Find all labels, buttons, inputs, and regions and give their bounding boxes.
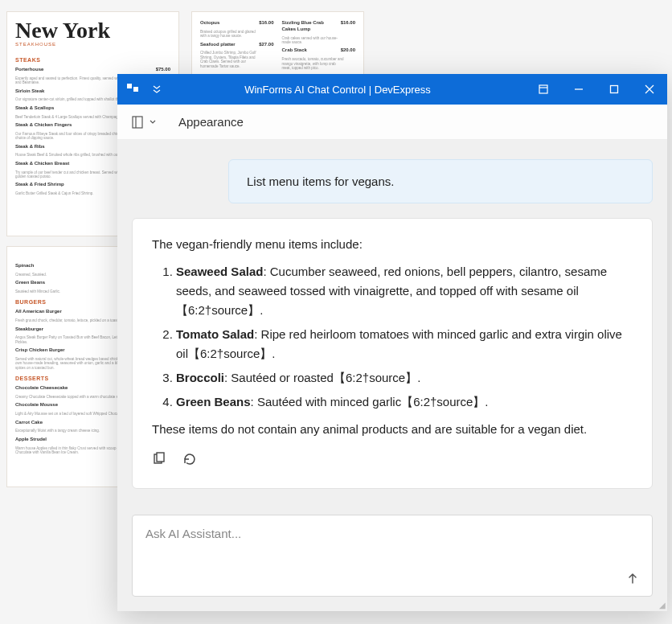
send-button[interactable] xyxy=(623,569,642,588)
close-button[interactable] xyxy=(632,74,667,105)
menu-page-2: Octopus$16.00 Braised octopus grilled an… xyxy=(191,11,364,84)
svg-rect-1 xyxy=(133,87,138,92)
list-item: Broccoli: Sautéed or roasted【6:2†source】… xyxy=(176,368,633,388)
assistant-outro: These items do not contain any animal pr… xyxy=(152,420,633,439)
chat-input[interactable] xyxy=(133,515,652,596)
copy-button[interactable] xyxy=(152,452,166,472)
svg-rect-10 xyxy=(157,453,164,462)
minimize-button[interactable] xyxy=(561,74,596,105)
quick-access-dropdown[interactable] xyxy=(148,85,166,93)
app-window: WinForms AI Chat Control | DevExpress Ap… xyxy=(117,74,667,611)
assistant-intro: The vegan-friendly menu items include: xyxy=(152,235,633,254)
svg-rect-7 xyxy=(133,117,142,128)
brand-subtitle: STEAKHOUSE xyxy=(15,42,170,48)
titlebar[interactable]: WinForms AI Chat Control | DevExpress xyxy=(117,74,667,105)
app-icon xyxy=(125,82,140,96)
section-heading-steaks: STEAKS xyxy=(15,56,170,64)
window-title: WinForms AI Chat Control | DevExpress xyxy=(166,84,526,96)
toolbar: Appearance xyxy=(117,105,667,140)
brand-logo: New York xyxy=(15,20,170,40)
ribbon-display-button[interactable] xyxy=(526,74,561,105)
chat-area: List menu items for vegans. The vegan-fr… xyxy=(117,140,667,611)
chat-input-container xyxy=(132,515,653,597)
list-item: Tomato Salad: Ripe red heirloom tomatoes… xyxy=(176,325,633,363)
copy-icon xyxy=(152,452,166,466)
user-message-text: List menu items for vegans. xyxy=(247,174,394,188)
layout-dropdown[interactable] xyxy=(132,115,156,129)
appearance-tab[interactable]: Appearance xyxy=(178,115,244,129)
assistant-list: Seaweed Salad: Cucumber seaweed, red oni… xyxy=(152,262,633,412)
assistant-message: The vegan-friendly menu items include: S… xyxy=(132,218,653,489)
chevron-down-icon xyxy=(150,119,156,125)
regenerate-button[interactable] xyxy=(182,452,197,472)
list-item: Green Beans: Sautéed with minced garlic【… xyxy=(176,392,633,412)
refresh-icon xyxy=(182,452,197,466)
svg-rect-2 xyxy=(539,85,547,93)
arrow-up-icon xyxy=(626,572,639,585)
svg-rect-0 xyxy=(127,84,132,88)
list-item: Seaweed Salad: Cucumber seaweed, red oni… xyxy=(176,262,633,320)
user-message: List menu items for vegans. xyxy=(228,159,653,203)
svg-rect-4 xyxy=(611,86,618,93)
maximize-button[interactable] xyxy=(596,74,632,105)
